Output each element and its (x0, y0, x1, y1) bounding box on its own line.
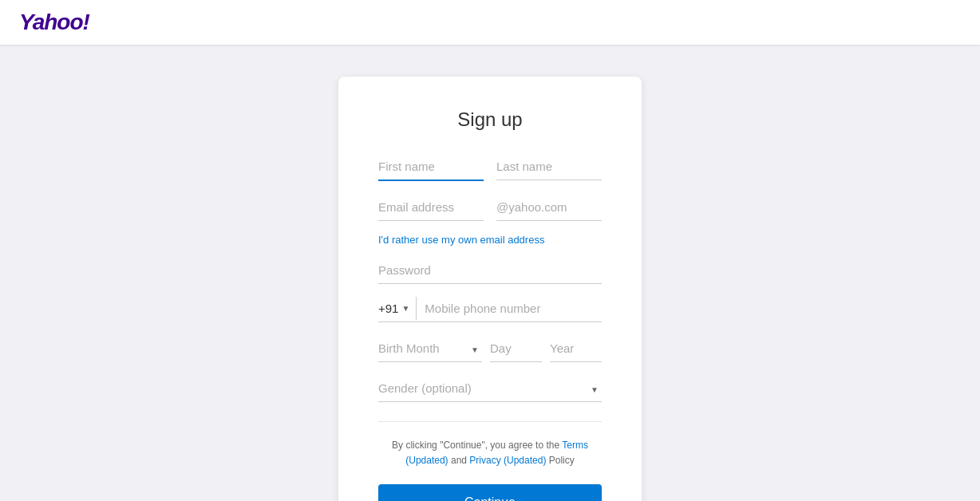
privacy-link[interactable]: Privacy (Updated) (469, 455, 546, 466)
signup-title: Sign up (378, 108, 602, 131)
birth-year-container (550, 335, 602, 362)
phone-number-input[interactable] (425, 297, 602, 320)
phone-row: +91 ▼ (378, 297, 602, 322)
birth-month-container: Birth Month January February March April… (378, 335, 482, 362)
own-email-link[interactable]: I'd rather use my own email address (378, 234, 602, 246)
phone-code-selector[interactable]: +91 ▼ (378, 297, 417, 320)
birth-year-input[interactable] (550, 335, 602, 362)
birth-month-select[interactable]: Birth Month January February March April… (378, 335, 482, 362)
birth-date-row: Birth Month January February March April… (378, 335, 602, 362)
phone-code-chevron: ▼ (401, 304, 409, 313)
terms-text: By clicking "Continue", you agree to the… (378, 438, 602, 468)
header: Yahoo! (0, 0, 980, 45)
signup-card: Sign up I'd rather use my own email addr… (338, 77, 642, 501)
divider (378, 421, 602, 422)
email-address-input[interactable] (378, 194, 484, 221)
first-name-input[interactable] (378, 153, 484, 181)
birth-day-container (490, 335, 542, 362)
yahoo-logo: Yahoo! (19, 10, 89, 34)
gender-select[interactable]: Gender (optional) Male Female Non-binary… (378, 375, 602, 402)
birth-day-input[interactable] (490, 335, 542, 362)
yahoo-email-input[interactable] (496, 194, 602, 221)
phone-code-value: +91 (378, 302, 398, 315)
password-input[interactable] (378, 257, 602, 284)
last-name-input[interactable] (496, 153, 602, 180)
continue-button[interactable]: Continue (378, 484, 602, 501)
gender-container: Gender (optional) Male Female Non-binary… (378, 375, 602, 402)
